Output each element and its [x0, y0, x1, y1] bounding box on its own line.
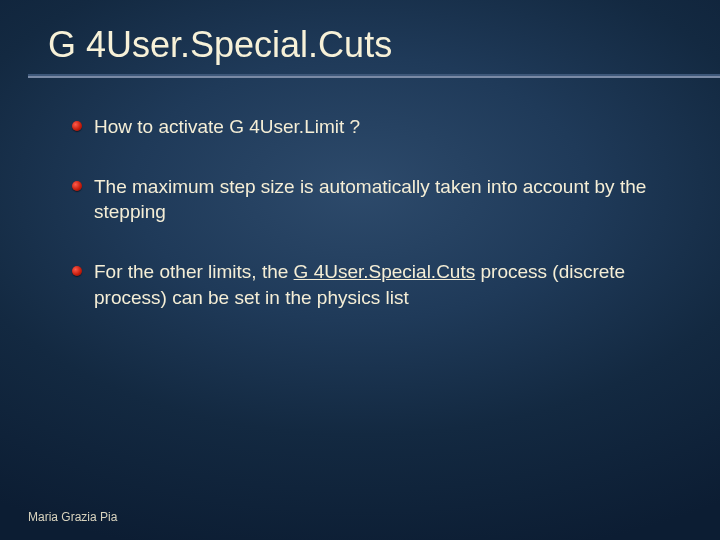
bullet-text: The maximum step size is automatically t…	[94, 174, 674, 225]
list-item: How to activate G 4User.Limit ?	[72, 114, 674, 140]
bullet-text: For the other limits, the G 4User.Specia…	[94, 259, 674, 310]
list-item: The maximum step size is automatically t…	[72, 174, 674, 225]
bullet-text-pre: For the other limits, the	[94, 261, 294, 282]
bullet-icon	[72, 121, 82, 131]
bullet-icon	[72, 266, 82, 276]
slide: G 4User.Special.Cuts How to activate G 4…	[0, 0, 720, 540]
list-item: For the other limits, the G 4User.Specia…	[72, 259, 674, 310]
bullet-icon	[72, 181, 82, 191]
footer-author: Maria Grazia Pia	[28, 510, 117, 524]
bullet-text: How to activate G 4User.Limit ?	[94, 114, 360, 140]
slide-title: G 4User.Special.Cuts	[0, 24, 720, 66]
bullet-text-highlight: G 4User.Special.Cuts	[294, 261, 476, 282]
content-area: How to activate G 4User.Limit ? The maxi…	[0, 78, 720, 310]
